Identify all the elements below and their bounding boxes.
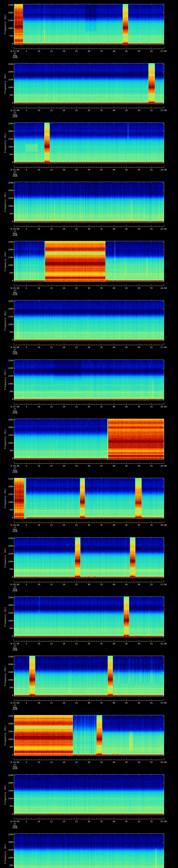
x-tick-label: 45	[123, 643, 129, 645]
x-tick-label: 25	[73, 820, 80, 823]
x-tick-label: 25	[73, 406, 80, 408]
x-tick-label: 25	[73, 702, 80, 704]
y-tick-label: 500	[6, 153, 13, 156]
x-tick-label: 30	[86, 346, 92, 349]
x-tick-label: 50	[136, 169, 142, 171]
date-line: 2016	[7, 412, 23, 414]
x-tick-label: 25	[73, 287, 80, 289]
x-tick-label: 45	[123, 346, 129, 349]
x-tick-label: 35	[98, 643, 104, 645]
x-axis-end-time: 35:00	[157, 820, 170, 823]
y-axis-title: Frequency (Hz)	[4, 488, 6, 508]
x-axis-end-time: 25:00	[157, 228, 170, 230]
x-tick-label: 10	[36, 110, 42, 112]
y-tick-label: 1000	[6, 738, 13, 741]
x-axis-end-time: 31:00	[157, 584, 170, 586]
y-tick-label: 500	[6, 450, 13, 452]
x-tick-label: 25	[73, 50, 80, 53]
x-axis-end-time: 28:00	[157, 406, 170, 408]
spectrogram-panel: Frequency (Hz) 05001000150020002500 5101…	[0, 355, 178, 415]
x-tick-label: 25	[73, 584, 80, 586]
x-tick-label: 20	[61, 169, 67, 171]
x-tick-label: 55	[148, 820, 154, 823]
spectrogram-panel: Frequency (Hz) 05001000150020002500 5101…	[0, 59, 178, 119]
x-tick-label: 40	[111, 702, 117, 704]
x-axis-start-time: 8:30:00	[7, 584, 23, 586]
x-tick-label: 30	[86, 110, 92, 112]
y-tick-label: 2500	[6, 596, 13, 599]
x-tick-label: 15	[49, 50, 54, 53]
spectrogram-panel: Frequency (Hz) 05001000150020002500 5101…	[0, 237, 178, 296]
x-tick-label: 5	[24, 50, 29, 53]
spectrogram-stack: Frequency (Hz) 05001000150020002500 5101…	[0, 0, 178, 868]
x-axis-end-time: 30:00	[157, 524, 170, 526]
y-tick-label: 500	[6, 213, 13, 215]
x-tick-label: 5	[24, 524, 29, 526]
y-tick-label: 1500	[6, 19, 13, 22]
x-tick-label: 50	[136, 524, 142, 526]
x-tick-label: 50	[136, 50, 142, 53]
y-tick-label: 0	[6, 813, 13, 815]
y-tick-label: 500	[6, 568, 13, 570]
y-tick-label: 500	[6, 35, 13, 37]
x-tick-label: 55	[148, 287, 154, 289]
x-tick-label: 50	[136, 643, 142, 645]
y-tick-label: 2500	[6, 182, 13, 184]
y-tick-label: 500	[6, 746, 13, 748]
x-axis-end-time: 23:00	[157, 110, 170, 112]
x-tick-label: 40	[111, 820, 117, 823]
x-tick-label: 50	[136, 702, 142, 704]
x-axis-end-time: 24:00	[157, 169, 170, 171]
y-tick-label: 1000	[6, 442, 13, 444]
x-tick-label: 5	[24, 584, 29, 586]
y-tick-label: 1500	[6, 671, 13, 673]
y-tick-label: 2000	[6, 426, 13, 429]
x-tick-label: 15	[49, 228, 54, 230]
y-tick-label: 0	[6, 635, 13, 638]
y-tick-label: 0	[6, 398, 13, 401]
x-tick-label: 25	[73, 346, 80, 349]
x-tick-label: 5	[24, 287, 29, 289]
y-tick-label: 500	[6, 627, 13, 630]
x-tick-label: 35	[98, 820, 104, 823]
x-tick-label: 45	[123, 761, 129, 764]
x-tick-label: 30	[86, 584, 92, 586]
y-tick-label: 1500	[6, 553, 13, 555]
x-tick-label: 55	[148, 702, 154, 704]
y-tick-label: 0	[6, 102, 13, 104]
x-tick-label: 20	[61, 228, 67, 230]
y-tick-label: 1000	[6, 620, 13, 622]
x-tick-label: 35	[98, 524, 104, 526]
x-tick-label: 20	[61, 50, 67, 53]
y-tick-label: 2000	[6, 663, 13, 665]
x-tick-label: 5	[24, 406, 29, 408]
x-tick-label: 5	[24, 820, 29, 823]
x-tick-label: 40	[111, 110, 117, 112]
x-tick-label: 20	[61, 524, 67, 526]
x-tick-label: 20	[61, 820, 67, 823]
x-tick-label: 55	[148, 465, 154, 467]
x-tick-label: 35	[98, 465, 104, 467]
x-tick-label: 50	[136, 761, 142, 764]
x-tick-label: 20	[61, 346, 67, 349]
x-tick-label: 15	[49, 465, 54, 467]
x-tick-label: 15	[49, 584, 54, 586]
x-axis-end-time: 26:00	[157, 287, 170, 289]
x-axis-end-time: 33:00	[157, 702, 170, 704]
y-tick-label: 2500	[6, 715, 13, 717]
date-line: 2016	[7, 352, 23, 355]
y-tick-label: 500	[6, 331, 13, 333]
x-tick-label: 10	[36, 465, 42, 467]
x-tick-label: 50	[136, 110, 142, 112]
x-tick-label: 15	[49, 406, 54, 408]
y-tick-label: 0	[6, 42, 13, 45]
x-tick-label: 40	[111, 584, 117, 586]
x-tick-label: 15	[49, 110, 54, 112]
y-tick-label: 1500	[6, 315, 13, 318]
x-axis-end-time: 22:00	[157, 50, 170, 53]
x-axis-start-time: 8:25:00	[7, 287, 23, 289]
x-tick-label: 30	[86, 702, 92, 704]
x-tick-label: 30	[86, 228, 92, 230]
y-tick-label: 2000	[6, 722, 13, 725]
y-tick-label: 500	[6, 805, 13, 807]
